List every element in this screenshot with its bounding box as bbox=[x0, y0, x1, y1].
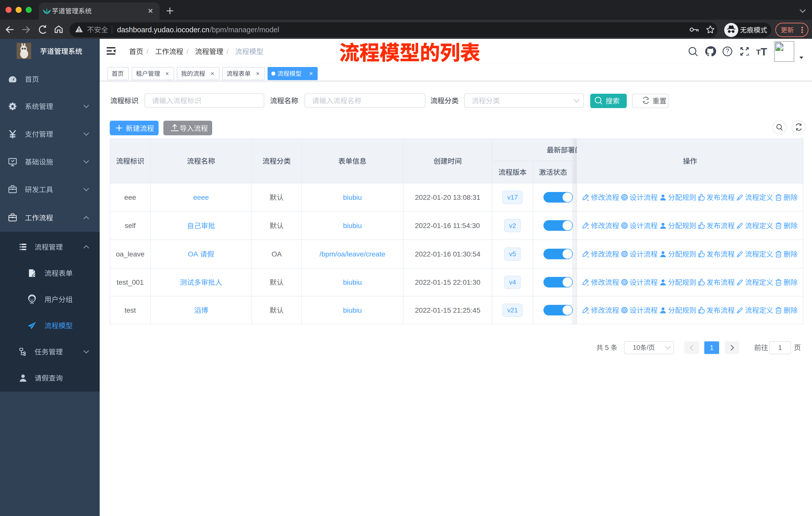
svg-text:biubiu: biubiu bbox=[343, 193, 362, 201]
svg-text:OA: OA bbox=[188, 250, 198, 258]
svg-text:eeee: eeee bbox=[193, 193, 209, 201]
svg-text:2022-01-15 22:01:30: 2022-01-15 22:01:30 bbox=[415, 278, 481, 286]
svg-text:v21: v21 bbox=[507, 306, 518, 314]
svg-text:2022-01-16 01:30:54: 2022-01-16 01:30:54 bbox=[415, 250, 481, 258]
svg-text:/: / bbox=[647, 344, 649, 351]
svg-text:v5: v5 bbox=[509, 250, 516, 258]
svg-text:T: T bbox=[761, 46, 767, 58]
svg-text:self: self bbox=[124, 222, 136, 229]
svg-text:eee: eee bbox=[124, 193, 136, 201]
svg-text:v2: v2 bbox=[509, 222, 516, 229]
svg-text:test: test bbox=[124, 306, 136, 314]
svg-text:?: ? bbox=[726, 47, 729, 54]
svg-text:T: T bbox=[756, 48, 761, 56]
svg-text:v4: v4 bbox=[509, 278, 516, 286]
svg-text:/: / bbox=[227, 48, 229, 55]
svg-text:biubiu: biubiu bbox=[343, 306, 362, 314]
svg-text:1: 1 bbox=[710, 344, 714, 351]
svg-text:OA: OA bbox=[271, 250, 282, 258]
svg-text:2022-01-16 11:54:30: 2022-01-16 11:54:30 bbox=[415, 222, 480, 229]
svg-text:/bpm/manager/model: /bpm/manager/model bbox=[210, 26, 280, 34]
svg-text:/: / bbox=[146, 48, 148, 55]
svg-text:biubiu: biubiu bbox=[343, 222, 362, 229]
svg-text:biubiu: biubiu bbox=[343, 278, 362, 286]
svg-text:v17: v17 bbox=[507, 193, 518, 201]
svg-text:2022-01-15 21:25:45: 2022-01-15 21:25:45 bbox=[415, 306, 481, 314]
svg-text:test_001: test_001 bbox=[117, 278, 144, 286]
svg-text:10: 10 bbox=[633, 344, 640, 351]
svg-text:dashboard.yudao.iocoder.cn: dashboard.yudao.iocoder.cn bbox=[117, 26, 209, 34]
svg-text:/bpm/oa/leave/create: /bpm/oa/leave/create bbox=[319, 250, 385, 258]
svg-text:5: 5 bbox=[605, 344, 609, 351]
svg-text:oa_leave: oa_leave bbox=[116, 250, 144, 258]
svg-text:/: / bbox=[186, 48, 188, 55]
svg-text:2022-01-20 13:08:31: 2022-01-20 13:08:31 bbox=[415, 193, 481, 201]
svg-text:1: 1 bbox=[778, 344, 782, 351]
